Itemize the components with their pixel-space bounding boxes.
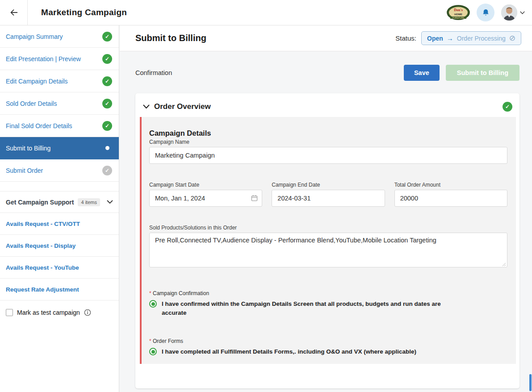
- step-label: Submit Order: [6, 167, 43, 174]
- scrollbar-thumb[interactable]: [529, 374, 532, 391]
- topbar-actions: Don's HOME FURNITURE: [447, 4, 532, 21]
- section-label: Confirmation: [135, 69, 172, 76]
- required-asterisk: [149, 338, 153, 344]
- total-order-amount-input[interactable]: [394, 190, 507, 207]
- sold-products-textarea[interactable]: Pre Roll,Connected TV,Audience Display -…: [149, 233, 507, 267]
- support-item-label: Avails Request - CTV/OTT: [6, 221, 80, 227]
- sidebar-item-final-sold-order-details[interactable]: Final Sold Order Details: [0, 115, 119, 137]
- start-date-field: Campaign Start Date: [149, 182, 262, 207]
- check-circle-icon: [102, 76, 112, 86]
- page-body: Confirmation Save Submit to Billing Orde…: [120, 51, 532, 392]
- submit-to-billing-button[interactable]: Submit to Billing: [446, 65, 519, 81]
- field-label: Total Order Amount: [394, 182, 507, 188]
- dates-amount-row: Campaign Start Date Campaig: [149, 182, 507, 207]
- sidebar-item-sold-order-details[interactable]: Sold Order Details: [0, 92, 119, 115]
- card-title: Order Overview: [154, 102, 211, 111]
- start-date-input[interactable]: [149, 190, 262, 207]
- support-item-label: Avails Request - YouTube: [6, 264, 79, 271]
- resize-handle-icon[interactable]: [502, 263, 506, 267]
- save-button[interactable]: Save: [404, 65, 440, 81]
- bell-icon: [482, 8, 490, 17]
- campaign-confirmation-option[interactable]: I have confirmed within the Campaign Det…: [149, 300, 507, 317]
- info-icon[interactable]: [84, 309, 91, 316]
- company-logo: Don's HOME FURNITURE: [447, 4, 470, 21]
- option-text: I have confirmed within the Campaign Det…: [162, 300, 448, 317]
- main-content: Submit to Billing Status: Open Order Pro…: [120, 25, 532, 392]
- order-overview-header[interactable]: Order Overview: [140, 98, 516, 117]
- back-arrow-icon: [9, 8, 19, 17]
- check-circle-icon: [503, 102, 512, 112]
- no-entry-icon: [509, 34, 515, 42]
- svg-text:HOME: HOME: [454, 13, 462, 16]
- check-circle-icon: [102, 99, 112, 108]
- back-button[interactable]: [0, 0, 28, 25]
- notifications-button[interactable]: [477, 4, 494, 21]
- sidebar-item-avails-youtube[interactable]: Avails Request - YouTube: [0, 257, 119, 279]
- app-title: Marketing Campaign: [41, 8, 127, 17]
- campaign-confirmation-group: Campaign Confirmation I have confirmed w…: [149, 290, 507, 317]
- order-forms-option[interactable]: I have completed all Fulfillment Details…: [149, 347, 507, 356]
- status-transition-pill[interactable]: Open Order Processing: [421, 31, 521, 45]
- svg-text:Don's: Don's: [454, 8, 463, 12]
- step-label: Campaign Summary: [6, 33, 63, 40]
- required-asterisk: [149, 290, 153, 296]
- page-title: Submit to Billing: [135, 33, 206, 43]
- campaign-name-field: Campaign Name: [149, 139, 507, 164]
- arrow-right-icon: [447, 34, 453, 42]
- radio-selected-icon[interactable]: [149, 348, 157, 355]
- sidebar-item-campaign-summary[interactable]: Campaign Summary: [0, 25, 119, 48]
- mark-as-test-campaign-row[interactable]: Mark as test campaign: [0, 300, 119, 325]
- check-circle-icon: [102, 54, 112, 64]
- order-forms-group: Order Forms I have completed all Fulfill…: [149, 338, 507, 356]
- order-overview-card: Order Overview Campaign Details Campaign…: [135, 93, 519, 388]
- total-order-amount-field: Total Order Amount: [394, 182, 507, 207]
- avatar: [501, 4, 517, 21]
- status-next: Order Processing: [457, 35, 506, 42]
- sidebar-item-submit-order[interactable]: Submit Order: [0, 159, 119, 182]
- sidebar-item-edit-presentation[interactable]: Edit Presentation | Preview: [0, 48, 119, 70]
- sold-products-field: Sold Products/Solutions in this Order Pr…: [149, 225, 507, 269]
- group-label-text: Order Forms: [153, 338, 183, 344]
- sidebar-item-edit-campaign-details[interactable]: Edit Campaign Details: [0, 70, 119, 92]
- sidebar-item-avails-display[interactable]: Avails Request - Display: [0, 235, 119, 257]
- section-heading: Campaign Details: [149, 129, 507, 138]
- campaign-details-panel: Campaign Details Campaign Name Campaign …: [140, 117, 516, 364]
- support-item-label: Request Rate Adjustment: [6, 286, 79, 293]
- test-campaign-label: Mark as test campaign: [17, 309, 80, 316]
- step-label: Edit Campaign Details: [6, 78, 68, 85]
- confirmation-toolbar: Confirmation Save Submit to Billing: [135, 65, 519, 81]
- status-current: Open: [427, 35, 443, 42]
- get-campaign-support-toggle[interactable]: Get Campaign Support 4 items: [0, 191, 119, 213]
- top-bar: Marketing Campaign Don's HOME FURNITURE: [0, 0, 532, 25]
- field-label: Sold Products/Solutions in this Order: [149, 225, 507, 231]
- status-label: Status:: [395, 34, 416, 42]
- svg-text:FURNITURE: FURNITURE: [452, 17, 464, 19]
- chevron-down-icon: [520, 11, 525, 14]
- step-label: Sold Order Details: [6, 100, 57, 107]
- support-label: Get Campaign Support: [6, 199, 74, 206]
- group-label-text: Campaign Confirmation: [153, 290, 209, 296]
- test-campaign-checkbox[interactable]: [6, 309, 13, 316]
- radio-selected-icon[interactable]: [149, 300, 157, 308]
- status-area: Status: Open Order Processing: [395, 31, 521, 45]
- current-step-dot-icon: [105, 146, 109, 150]
- sidebar-item-request-rate-adjustment[interactable]: Request Rate Adjustment: [0, 279, 119, 300]
- end-date-input[interactable]: [272, 190, 385, 207]
- sidebar-item-avails-ctv-ott[interactable]: Avails Request - CTV/OTT: [0, 213, 119, 235]
- page-header: Submit to Billing Status: Open Order Pro…: [120, 25, 532, 51]
- field-label: Campaign Name: [149, 139, 507, 145]
- support-item-label: Avails Request - Display: [6, 242, 75, 249]
- field-label: Campaign Start Date: [149, 182, 262, 188]
- campaign-name-input[interactable]: [149, 147, 507, 164]
- step-label: Submit to Billing: [6, 145, 50, 152]
- items-count-badge: 4 items: [78, 198, 100, 206]
- end-date-field: Campaign End Date: [272, 182, 385, 207]
- user-menu[interactable]: [501, 4, 525, 21]
- step-label: Edit Presentation | Preview: [6, 55, 81, 63]
- sidebar-divider: [0, 182, 119, 191]
- chevron-down-icon: [107, 200, 113, 204]
- check-circle-icon: [102, 166, 112, 175]
- sidebar-item-submit-to-billing[interactable]: Submit to Billing: [0, 137, 119, 159]
- chevron-down-icon: [143, 104, 150, 109]
- check-circle-icon: [102, 121, 112, 131]
